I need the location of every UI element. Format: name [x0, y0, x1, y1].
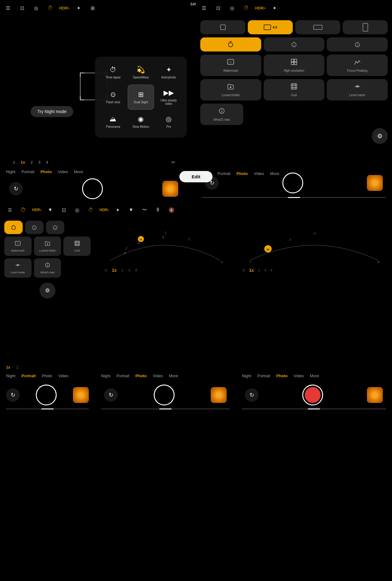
record-btn[interactable]	[302, 385, 323, 405]
zoom-2-portrait[interactable]: 2	[16, 365, 18, 370]
hdr-label-tr[interactable]: HDRA	[255, 3, 265, 13]
zbc-4[interactable]: 4	[135, 268, 137, 272]
zoom-05[interactable]: .5	[12, 161, 15, 164]
timer2-bc[interactable]: ⏱	[86, 205, 96, 215]
dropdown-icon[interactable]: ⊞	[88, 3, 97, 13]
timer-icon-tr[interactable]: ⏱	[241, 3, 251, 13]
edit-button[interactable]: Edit	[179, 171, 213, 182]
night-mode-button[interactable]: Try Night mode	[31, 106, 73, 117]
thumb-br[interactable]	[367, 387, 383, 403]
aspect-full[interactable]	[343, 20, 388, 34]
face-bc[interactable]: ◎	[72, 205, 82, 215]
mute2-bc[interactable]: 🔇	[167, 205, 176, 215]
mode-more[interactable]: More	[74, 169, 83, 174]
dropdown2-bc[interactable]: ▼	[126, 205, 136, 215]
shutter-bc[interactable]	[154, 385, 175, 405]
thumb-bc[interactable]	[211, 387, 227, 403]
small-timer-off[interactable]	[4, 221, 23, 234]
small-timer-10s[interactable]: 10	[46, 221, 64, 234]
scan-icon[interactable]: ⊡	[17, 3, 27, 13]
ptab-photo[interactable]: Photo	[42, 374, 52, 378]
timer-10s[interactable]: 10	[327, 37, 388, 51]
sm-tile-level[interactable]: Level meter	[4, 258, 32, 278]
mode-flashshot[interactable]: ⊙ Flash shot	[100, 85, 126, 110]
ptab-portrait[interactable]: Portrait	[21, 374, 36, 378]
shutter-btn-tl[interactable]	[82, 178, 103, 199]
shutter-btn-tr[interactable]	[282, 173, 303, 193]
mode-slowmotion[interactable]: ◉ Slow Motion	[128, 111, 154, 133]
timer-icon[interactable]: ⏱	[45, 3, 55, 13]
sm-tile-watermark[interactable]: © Watermark	[4, 237, 32, 256]
bctab-photo[interactable]: Photo	[135, 374, 147, 378]
ptab-video[interactable]: Video	[58, 374, 69, 378]
bctab-portrait[interactable]: Portrait	[116, 374, 129, 378]
aspect-169[interactable]	[295, 20, 340, 34]
thumb-portrait[interactable]	[73, 387, 89, 403]
tile-highres[interactable]: High resolution	[264, 55, 325, 76]
bctab-video[interactable]: Video	[153, 374, 163, 378]
brtab-night[interactable]: Night	[242, 374, 251, 378]
zoom-1x-portrait[interactable]: 1x	[6, 365, 10, 370]
wave-bc[interactable]: 〜	[140, 205, 149, 215]
magic-icon-tr[interactable]: ✦	[270, 3, 279, 13]
menu-icon[interactable]: ☰	[3, 3, 13, 13]
flip-br[interactable]: ↻	[245, 388, 258, 402]
zbr-1x[interactable]: 1x	[249, 268, 254, 273]
flip-camera-btn[interactable]: ↻	[9, 182, 23, 196]
bctab-night[interactable]: Night	[101, 374, 110, 378]
zbc-2[interactable]: 2	[122, 268, 123, 272]
flip-bc[interactable]: ↻	[104, 388, 118, 402]
scan-bc[interactable]: ⊡	[59, 205, 69, 215]
dropdown-bc[interactable]: ▼	[45, 205, 55, 215]
tile-levelmeter[interactable]: Level meter	[327, 79, 388, 101]
hdr-label-tl[interactable]: HDRA	[59, 3, 69, 13]
mode-photo[interactable]: Photo	[40, 169, 52, 174]
aspect-43[interactable]: 4:3	[248, 20, 293, 34]
zbr-05[interactable]: .5	[242, 268, 245, 272]
thumbnail-tl[interactable]	[162, 181, 178, 197]
zbr-2[interactable]: 2	[258, 268, 260, 272]
mode-panorama[interactable]: ⛰ Panorama	[100, 111, 126, 133]
brtab-portrait[interactable]: Portrait	[257, 374, 270, 378]
mode-speedwarp[interactable]: 💫 SpeedWarp	[128, 62, 154, 83]
timer-3s[interactable]: 3	[264, 37, 325, 51]
face-icon-tr[interactable]: ◎	[227, 3, 237, 13]
tile-watermark[interactable]: © Watermark	[200, 55, 261, 76]
trim-icon[interactable]: ✂	[171, 159, 175, 165]
timer-off[interactable]	[200, 37, 261, 51]
zbc-3[interactable]: 3	[128, 268, 130, 272]
mode-ultrasteady[interactable]: ▶▶ Ultra steady video	[155, 85, 182, 110]
tile-grid[interactable]: Grid	[264, 79, 325, 101]
scan-icon-tr[interactable]: ⊡	[213, 3, 223, 13]
zoom-4[interactable]: 4	[46, 160, 48, 165]
menu-icon-bc[interactable]: ☰	[5, 205, 15, 215]
zbc-1x[interactable]: 1x	[112, 268, 117, 273]
zbr-3[interactable]: 3	[264, 268, 266, 272]
zoom-1x[interactable]: 1x	[21, 160, 25, 165]
timer-active-bc[interactable]: ⏱	[18, 205, 28, 215]
tile-whatsnew[interactable]: What'S new	[200, 104, 243, 125]
sm-tile-whatsnew[interactable]: What's new	[34, 258, 61, 278]
mute-bc[interactable]: 🎙	[153, 205, 163, 215]
brtab-video[interactable]: Video	[294, 374, 304, 378]
thumbnail-tr[interactable]	[367, 175, 383, 191]
mode-pro[interactable]: ◎ Pro	[155, 111, 182, 133]
magic-bc[interactable]: ✦	[113, 205, 123, 215]
menu-icon-tr[interactable]: ☰	[199, 3, 209, 13]
mode-dualsight[interactable]: ⊞ Dual Sight	[128, 85, 154, 110]
tile-lockedfolder[interactable]: Locked folder	[200, 79, 261, 101]
zbc-05[interactable]: .5	[104, 268, 107, 272]
mode-video[interactable]: Video	[58, 169, 68, 174]
mode-night[interactable]: Night	[6, 169, 15, 174]
mode-timelapse[interactable]: ⏱ Time-lapse	[100, 62, 126, 83]
sm-tile-folder[interactable]: Locked folder	[34, 237, 61, 256]
bctab-more[interactable]: More	[169, 374, 178, 378]
small-timer-3s[interactable]: 3	[25, 221, 43, 234]
aspect-11[interactable]	[200, 20, 245, 34]
magic-icon[interactable]: ✦	[74, 3, 83, 13]
sm-gear-btn[interactable]: ⚙	[40, 283, 55, 298]
mode-portrait[interactable]: Portrait	[21, 169, 34, 174]
brtab-photo[interactable]: Photo	[276, 374, 288, 378]
shutter-portrait[interactable]	[36, 385, 57, 405]
settings-gear-btn[interactable]: ⚙	[372, 128, 388, 144]
